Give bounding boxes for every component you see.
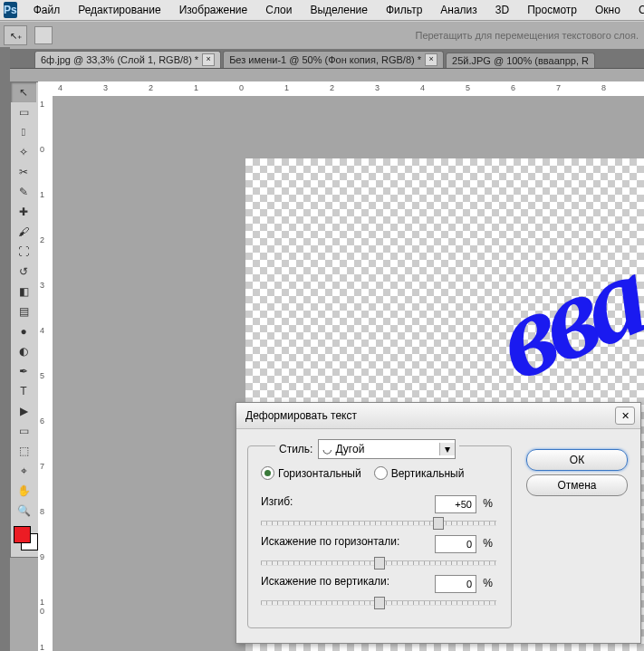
document-tab[interactable]: Без имени-1 @ 50% (Фон копия, RGB/8) *× [223,51,444,68]
dialog-titlebar[interactable]: Деформировать текст ✕ [236,403,640,429]
bend-label: Изгиб: [261,495,293,508]
menu-окно[interactable]: Окно [586,1,630,19]
shape-tool[interactable]: ▭ [11,421,36,441]
color-swatches [11,521,38,557]
arc-icon: ◡ [322,443,332,455]
zoom-tool[interactable]: 🔍 [11,501,36,521]
options-hint: Перетащить для перемещения текстового сл… [415,30,639,41]
style-value: Дугой [335,443,364,455]
hdist-label: Искажение по горизонтали: [261,535,399,548]
vdist-slider-thumb[interactable] [374,597,385,609]
eraser-tool[interactable]: ◧ [11,282,36,302]
radio-vertical-label: Вертикальный [391,467,465,480]
move-tool[interactable]: ↖ [11,82,36,102]
stamp-tool[interactable]: ⛶ [11,242,36,262]
vdist-pct: % [483,577,493,589]
camera-tool[interactable]: ⌖ [11,461,36,481]
options-mini-1[interactable] [34,26,53,44]
options-tool-icon[interactable]: ↖₊ [4,25,27,45]
vdist-slider[interactable] [261,600,496,606]
hand-tool[interactable]: ✋ [11,481,36,501]
style-select[interactable]: ◡ Дугой ▾ [318,439,456,459]
menu-редактирование[interactable]: Редактирование [69,1,169,19]
menu-3d[interactable]: 3D [486,1,518,19]
document-tabs: 6ф.jpg @ 33,3% (Слой 1, RGB/8) *×Без име… [0,50,644,69]
menu-слои[interactable]: Слои [256,1,301,19]
bend-pct: % [483,497,493,510]
menu-анализ[interactable]: Анализ [431,1,486,19]
style-label: Стиль: [279,443,312,455]
hdist-input[interactable]: 0 [435,535,476,553]
3d-tool[interactable]: ⬚ [11,441,36,461]
marquee-tool[interactable]: ▭ [11,102,36,122]
bend-slider[interactable] [261,521,496,526]
history-brush-tool[interactable]: ↺ [11,262,36,282]
document-tab[interactable]: 6ф.jpg @ 33,3% (Слой 1, RGB/8) *× [34,51,221,68]
vdist-input[interactable]: 0 [435,575,476,593]
close-icon[interactable]: ✕ [615,407,635,425]
fg-color-swatch[interactable] [14,526,31,543]
menu-выделение[interactable]: Выделение [301,1,377,19]
dialog-title: Деформировать текст [245,409,357,422]
radio-horizontal[interactable] [261,466,274,480]
menu-просмотр[interactable]: Просмотр [518,1,586,19]
menu-изображение[interactable]: Изображение [170,1,257,19]
hdist-pct: % [483,537,493,550]
pen-tool[interactable]: ✒ [11,361,36,381]
wand-tool[interactable]: ✧ [11,142,36,162]
menu-файл[interactable]: Файл [24,1,70,19]
lasso-tool[interactable]: 𓂃 [11,122,36,142]
bend-input[interactable]: +50 [435,495,476,513]
tab-label: 6ф.jpg @ 33,3% (Слой 1, RGB/8) * [41,54,198,65]
blur-tool[interactable]: ● [11,321,36,341]
bend-slider-thumb[interactable] [433,517,444,530]
close-icon[interactable]: × [425,53,437,66]
type-tool[interactable]: T [11,381,36,401]
ok-button[interactable]: ОК [526,449,628,471]
vertical-ruler: 101234567891 01 1 [38,81,53,651]
document-tab[interactable]: 25й.JPG @ 100% (вваапрр, R [446,53,595,68]
vdist-label: Искажение по вертикали: [261,575,389,588]
gradient-tool[interactable]: ▤ [11,302,36,321]
healing-tool[interactable]: ✚ [11,202,36,222]
tab-label: 25й.JPG @ 100% (вваапрр, R [452,55,589,66]
eyedropper-tool[interactable]: ✎ [11,182,36,202]
warp-fieldset: Стиль: ◡ Дугой ▾ Горизонтальный Вертикал… [247,445,512,628]
cancel-button[interactable]: Отмена [526,474,628,496]
menu-спра[interactable]: Спра [630,1,644,19]
crop-tool[interactable]: ✂ [11,162,36,182]
brush-tool[interactable]: 🖌 [11,222,36,242]
menu-bar: Ps ФайлРедактированиеИзображениеСлоиВыде… [0,0,644,21]
hdist-slider[interactable] [261,560,496,566]
chevron-down-icon: ▾ [439,443,455,455]
close-icon[interactable]: × [202,53,215,66]
warp-text-dialog: Деформировать текст ✕ Стиль: ◡ Дугой ▾ Г… [235,402,641,644]
radio-vertical[interactable] [374,466,388,480]
hdist-slider-thumb[interactable] [374,557,385,570]
horizontal-ruler: 4321012345678 [53,81,644,97]
canvas-text-layer: вва [485,225,644,409]
path-select-tool[interactable]: ▶ [11,401,36,421]
tab-label: Без имени-1 @ 50% (Фон копия, RGB/8) * [229,54,421,65]
radio-horizontal-label: Горизонтальный [278,467,361,480]
panel-strip [0,47,10,651]
menu-фильтр[interactable]: Фильтр [377,1,431,19]
dodge-tool[interactable]: ◐ [11,341,36,361]
app-logo: Ps [4,2,17,18]
options-bar: ↖₊ Перетащить для перемещения текстового… [0,21,644,50]
toolbox: ↖▭𓂃✧✂✎✚🖌⛶↺◧▤●◐✒T▶▭⬚⌖✋🔍 [10,81,39,558]
